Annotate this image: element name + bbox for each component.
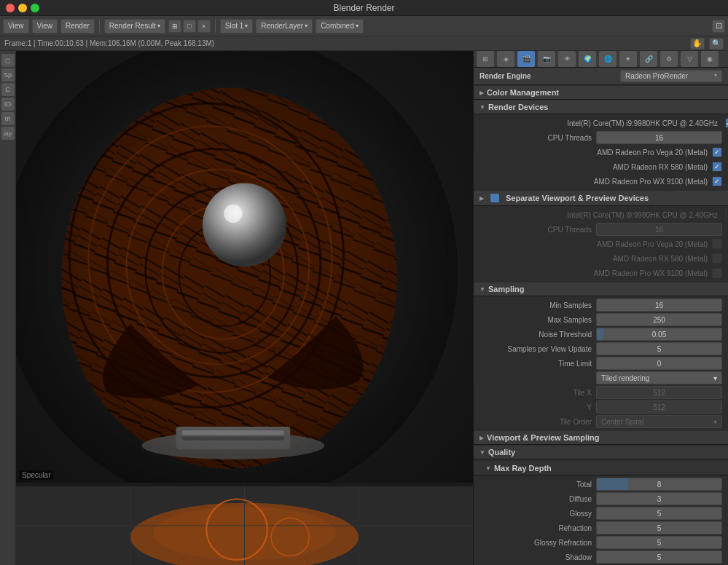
view2-menu-button[interactable]: View — [32, 19, 58, 33]
tool-icon-4[interactable]: IO — [1, 98, 15, 111]
quality-triangle-icon: ▼ — [480, 449, 485, 456]
shadow-label: Shadow — [480, 553, 596, 561]
tool-icon-3[interactable]: C — [1, 83, 15, 96]
sampling-content: Min Samples 16 Max Samples 250 Noise Thr… — [474, 296, 728, 430]
min-samples-value[interactable]: 16 — [596, 299, 722, 312]
gpu2-label: AMD Radeon RX 580 (Metal) — [613, 163, 708, 171]
render-devices-section[interactable]: ▼ Render Devices — [474, 100, 728, 114]
panel-icon-material[interactable]: ◉ — [701, 51, 719, 67]
color-management-section[interactable]: ▶ Color Management — [474, 86, 728, 100]
vp-cpu-row: Intel(R) Core(TM) i9:9980HK CPU @ 2.40GH… — [474, 208, 728, 222]
render-menu-button[interactable]: Render — [60, 19, 95, 33]
max-ray-depth-header[interactable]: ▼ Max Ray Depth — [474, 462, 728, 475]
main-viewport[interactable]: Specular — [16, 51, 473, 483]
max-samples-value[interactable]: 250 — [596, 313, 722, 326]
panel-icon-output[interactable]: 📷 — [538, 51, 555, 67]
panel-icon-2[interactable]: ◈ — [497, 51, 514, 67]
combined-dropdown[interactable]: Combined ▾ — [316, 19, 364, 33]
panel-icon-render[interactable]: 🎬 — [517, 51, 535, 67]
samples-per-view-value[interactable]: 5 — [596, 342, 722, 355]
separator2 — [215, 20, 216, 33]
refraction-value[interactable]: 5 — [596, 521, 722, 534]
render-engine-dropdown[interactable]: Radeon ProRender ▾ — [620, 70, 722, 82]
viewport-tools: ✋ 🔍 — [690, 38, 724, 50]
gpu1-checkbox[interactable]: ✓ — [712, 147, 722, 157]
panel-icon-data[interactable]: ▽ — [681, 51, 698, 67]
vp-gpu1-label: AMD Radeon Pro Vega 20 (Metal) — [597, 240, 708, 248]
ray-depth-triangle: ▼ — [485, 465, 491, 472]
gpu3-checkbox[interactable]: ✓ — [712, 176, 722, 186]
render-icon-2[interactable]: □ — [183, 20, 196, 33]
panel-icon-world[interactable]: 🌐 — [599, 51, 617, 67]
max-ray-depth-title: Max Ray Depth — [494, 464, 552, 473]
panel-icon-view[interactable]: 👁 — [558, 51, 576, 67]
sampling-section-header[interactable]: ▼ Sampling — [474, 282, 728, 296]
app-window: Blender Render View View Render Render R… — [0, 0, 728, 565]
vp-cpu-checkbox[interactable] — [725, 210, 727, 220]
expand-icon[interactable]: ⊡ — [712, 20, 725, 33]
render-result-dropdown[interactable]: Render Result ▾ — [104, 19, 165, 33]
panel-icon-scene[interactable]: 🌍 — [579, 51, 596, 67]
close-button[interactable] — [6, 4, 15, 12]
svg-point-22 — [16, 51, 458, 483]
triangle-icon: ▶ — [480, 90, 484, 96]
tiled-rendering-value[interactable]: Tiled rendering ▾ — [596, 371, 722, 384]
viewport-section-header[interactable]: ▶ Separate Viewport & Preview Devices — [474, 191, 728, 206]
tile-order-label: Tile Order — [480, 418, 596, 426]
glossy-refraction-value[interactable]: 5 — [596, 536, 722, 549]
glossy-value[interactable]: 5 — [596, 507, 722, 520]
diffuse-row: Diffuse 3 — [474, 491, 728, 506]
quality-section-header[interactable]: ▼ Quality — [474, 446, 728, 459]
tool-icon-5[interactable]: m — [1, 112, 15, 125]
viewport-preview-sampling-header[interactable]: ▶ Viewport & Preview Sampling — [474, 431, 728, 445]
sampling-triangle-icon: ▼ — [480, 286, 485, 293]
tile-order-arrow: ▾ — [713, 418, 717, 426]
cpu-threads-value[interactable]: 16 — [596, 131, 722, 144]
minimize-button[interactable] — [18, 4, 27, 12]
shadow-value[interactable]: 5 — [596, 550, 722, 564]
viewport-section-checkbox[interactable] — [490, 193, 500, 203]
vp-gpu3-checkbox[interactable] — [712, 268, 722, 278]
panel-icon-1[interactable]: ⊞ — [477, 51, 494, 67]
tool-icon-2[interactable]: Sp — [1, 68, 15, 82]
render-icon-3[interactable]: × — [197, 20, 211, 33]
time-limit-value[interactable]: 0 — [596, 357, 722, 370]
hand-tool-icon[interactable]: ✋ — [690, 38, 705, 50]
bottom-viewport[interactable] — [16, 485, 473, 565]
cpu-threads-row: CPU Threads 16 — [474, 130, 728, 145]
zoom-tool-icon[interactable]: 🔍 — [709, 38, 724, 50]
render-icon-1[interactable]: ⊞ — [168, 20, 181, 33]
noise-threshold-label: Noise Threshold — [480, 331, 596, 339]
gpu1-label: AMD Radeon Pro Vega 20 (Metal) — [597, 149, 708, 157]
slot-dropdown[interactable]: Slot 1 ▾ — [220, 19, 254, 33]
shadow-row: Shadow 5 — [474, 550, 728, 564]
tool-icon-1[interactable]: ◻ — [1, 54, 15, 67]
panel-icon-particles[interactable]: ✦ — [619, 51, 637, 67]
view-menu-button[interactable]: View — [3, 19, 29, 33]
panel-icon-constraints[interactable]: 🔗 — [640, 51, 657, 67]
panel-icon-modifier[interactable]: ⚙ — [660, 51, 678, 67]
total-label: Total — [480, 481, 596, 489]
render-icons: ⊞ □ × — [168, 20, 211, 33]
viewport-area: Specular — [16, 51, 473, 565]
maximize-button[interactable] — [31, 4, 39, 12]
vp-gpu1-checkbox[interactable] — [712, 239, 722, 249]
total-value[interactable]: 8 — [596, 478, 722, 491]
left-tool-sidebar: ◻ Sp C IO m alp — [0, 51, 16, 565]
sampling-title: Sampling — [488, 285, 525, 293]
tool-icon-alp[interactable]: alp — [1, 127, 15, 140]
gpu1-row: AMD Radeon Pro Vega 20 (Metal) ✓ — [474, 145, 728, 159]
diffuse-value[interactable]: 3 — [596, 492, 722, 505]
noise-threshold-row: Noise Threshold 0.05 — [474, 327, 728, 341]
window-title: Blender Render — [333, 3, 394, 13]
layer-dropdown[interactable]: RenderLayer ▾ — [256, 19, 313, 33]
cpu-checkbox[interactable]: ✓ — [725, 118, 728, 128]
gpu2-checkbox[interactable]: ✓ — [712, 162, 722, 172]
vp-gpu2-checkbox[interactable] — [712, 253, 722, 264]
refraction-row: Refraction 5 — [474, 521, 728, 535]
glossy-row: Glossy 5 — [474, 506, 728, 521]
tile-x-value: 512 — [596, 386, 722, 399]
vp-cpu-label: Intel(R) Core(TM) i9:9980HK CPU @ 2.40GH… — [480, 211, 722, 219]
noise-threshold-value[interactable]: 0.05 — [596, 328, 722, 341]
min-samples-label: Min Samples — [480, 301, 596, 309]
